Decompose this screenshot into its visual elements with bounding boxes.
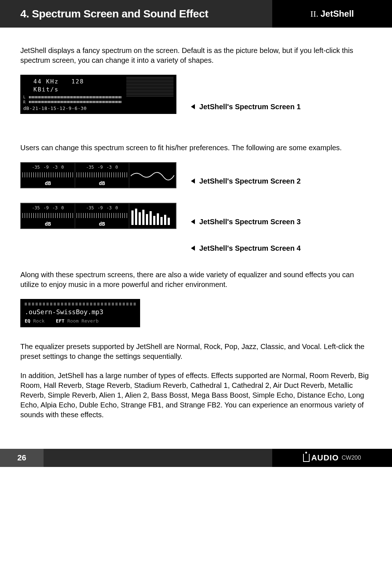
eft-label: EFT <box>56 318 64 324</box>
brand-footer: AUDIO CW200 <box>272 449 392 467</box>
figure-2-row: -35-9-30 dB -35-9-30 dB JetShell's Spect… <box>20 162 372 188</box>
khz-readout: 44 KHz <box>33 78 59 85</box>
level-bar-l <box>29 96 121 98</box>
figure-3-caption: JetShell's Spectrum Screen 3 <box>191 217 301 229</box>
spectrum-screenshot-3: -35-9-30 dB -35-9-30 dB <box>20 203 176 229</box>
spectrum-screenshot-2: -35-9-30 dB -35-9-30 dB <box>20 162 176 188</box>
triangle-left-icon <box>191 104 195 109</box>
figure-1-caption: JetShell's Spectrum Screen 1 <box>191 102 301 114</box>
page-title: 4. Spectrum Screen and Sound Effect <box>0 0 272 28</box>
progress-dots-icon <box>25 303 136 305</box>
db-label: dB <box>99 221 105 227</box>
svg-rect-5 <box>150 211 152 225</box>
svg-rect-9 <box>164 215 166 225</box>
db-label: dB <box>45 221 51 227</box>
figure-1-row: 44 KHz 128 KBit/s L R dB -21 -18 <box>20 75 372 114</box>
waveform-icon <box>129 163 176 188</box>
model-label: CW200 <box>342 455 361 461</box>
triangle-left-icon <box>191 219 195 224</box>
paragraph-5: In addition, JetShell has a large number… <box>20 371 372 420</box>
page-content: JetShell displays a fancy spectrum on th… <box>0 28 392 420</box>
section-name: JetShell <box>320 9 354 19</box>
spectrum-grid-icon <box>126 77 173 97</box>
paragraph-2: Users can change this spectrum screen to… <box>20 143 372 153</box>
bar-spectrum-icon <box>129 204 176 228</box>
paragraph-3: Along with these spectrum screens, there… <box>20 270 372 290</box>
db-label: dB <box>45 180 51 187</box>
page-footer: 26 AUDIO CW200 <box>0 449 392 467</box>
section-label: II. JetShell <box>272 0 392 28</box>
eq-label: EQ <box>25 318 30 324</box>
figure-3-row: -35-9-30 dB -35-9-30 dB <box>20 203 372 229</box>
spectrum-screenshot-1: 44 KHz 128 KBit/s L R dB -21 -18 <box>20 75 176 114</box>
svg-rect-6 <box>153 216 155 225</box>
svg-rect-2 <box>139 212 141 225</box>
db-label: dB <box>99 180 105 187</box>
paragraph-4: The equalizer presets supported by JetSh… <box>20 342 372 361</box>
page-number: 26 <box>0 449 44 467</box>
svg-rect-4 <box>146 214 148 225</box>
db-scale: dB -21 -18 -15 -12 -9 -6 -3 0 <box>23 104 82 112</box>
figure-2-caption: JetShell's Spectrum Screen 2 <box>191 176 301 188</box>
svg-rect-8 <box>160 217 163 225</box>
triangle-left-icon <box>191 179 195 184</box>
svg-rect-3 <box>142 210 144 225</box>
level-bar-r <box>29 101 121 103</box>
audio-logo-icon: AUDIO <box>303 453 339 463</box>
track-filename: .ouSern-SwissBoy.mp3 <box>25 308 136 316</box>
svg-rect-10 <box>168 218 170 225</box>
svg-rect-7 <box>157 213 159 225</box>
channel-l-label: L <box>23 95 28 100</box>
eq-screenshot: .ouSern-SwissBoy.mp3 EQ Rock EFT Room Re… <box>20 299 140 327</box>
eft-value: Room Reverb <box>67 318 98 324</box>
eq-value: Rock <box>33 318 44 324</box>
triangle-left-icon <box>191 246 195 251</box>
intro-paragraph: JetShell displays a fancy spectrum on th… <box>20 46 372 65</box>
figure-4-caption: JetShell's Spectrum Screen 4 <box>191 243 372 255</box>
svg-rect-0 <box>131 210 134 225</box>
svg-rect-1 <box>135 209 137 225</box>
channel-r-label: R <box>23 100 28 105</box>
section-roman: II. <box>310 9 318 19</box>
page-header: 4. Spectrum Screen and Sound Effect II. … <box>0 0 392 28</box>
